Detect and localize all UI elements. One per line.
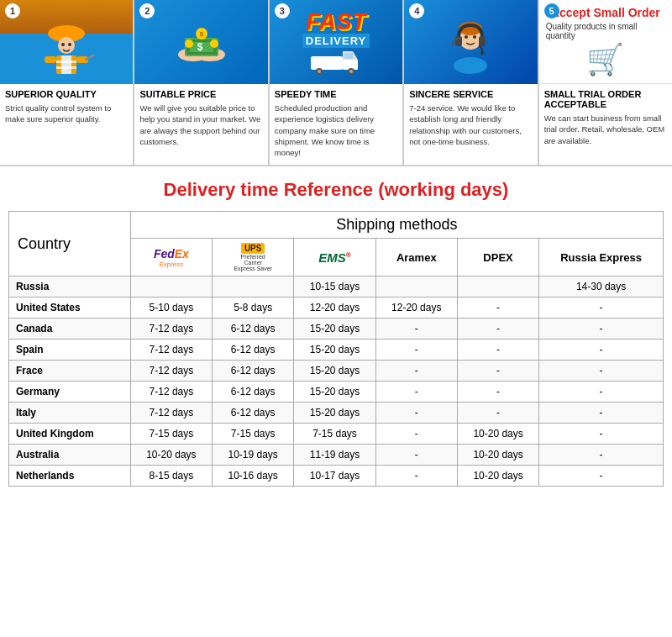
svg-point-18	[185, 39, 193, 48]
table-row: Australia10-20 days10-19 days11-19 days-…	[9, 445, 664, 466]
ems-cell: 11-19 days	[294, 445, 375, 466]
table-section: Delivery time Reference (working days) C…	[0, 166, 672, 499]
dpex-cell: 10-20 days	[457, 445, 538, 466]
banner-item-3: 3 FAST DELIVERY SPEEDY TIME Sched	[270, 0, 404, 165]
fedex-cell: 7-12 days	[130, 382, 212, 403]
ems-cell: 15-20 days	[294, 403, 375, 424]
dpex-cell: -	[457, 403, 538, 424]
ups-cell: 6-12 days	[213, 340, 294, 361]
country-cell: Frace	[9, 361, 131, 382]
ems-header: EMS®	[294, 239, 375, 276]
country-cell: Russia	[9, 276, 131, 297]
aramex-cell: -	[375, 318, 457, 340]
table-row: United Kingdom7-15 days7-15 days7-15 day…	[9, 424, 664, 445]
svg-rect-35	[479, 36, 486, 46]
banner-text-4: SINCERE SERVICE 7-24 service. We would l…	[404, 84, 537, 154]
svg-point-29	[349, 70, 353, 73]
banner-title-3: SPEEDY TIME	[275, 89, 397, 99]
svg-point-36	[480, 51, 484, 55]
aramex-cell: -	[375, 361, 457, 382]
ups-cell: 10-16 days	[213, 466, 294, 487]
russia-cell: -	[539, 382, 664, 403]
table-body: Russia10-15 days14-30 daysUnited States5…	[9, 276, 664, 487]
table-row: Spain7-12 days6-12 days15-20 days---	[9, 340, 664, 361]
country-header: Country	[9, 212, 131, 276]
banner-title-2: SUITABLE PRICE	[139, 89, 262, 99]
country-cell: Netherlands	[9, 466, 131, 487]
delivery-text: DELIVERY	[302, 34, 370, 48]
aramex-cell: -	[375, 466, 457, 487]
country-cell: Italy	[9, 403, 131, 424]
fedex-cell: 10-20 days	[130, 445, 212, 466]
cart-icon: 🛒	[586, 42, 624, 77]
banner-number-1: 1	[5, 3, 20, 18]
ups-cell: 6-12 days	[213, 403, 294, 424]
svg-rect-9	[45, 56, 56, 63]
ups-cell	[213, 276, 294, 297]
banner-title-5: SMALL TRIAL ORDER ACCEPTABLE	[544, 89, 667, 109]
svg-point-4	[68, 43, 71, 46]
banner-item-5: 5 Accept Small Order Quality products in…	[539, 0, 672, 165]
fedex-cell: 7-12 days	[130, 361, 212, 382]
ems-cell: 15-20 days	[294, 318, 375, 340]
table-row: United States5-10 days5-8 days12-20 days…	[9, 297, 664, 318]
accept-small-title: Accept Small Order	[551, 6, 660, 20]
table-title: Delivery time Reference (working days)	[8, 179, 664, 201]
svg-point-27	[318, 70, 321, 73]
banner-number-2: 2	[139, 3, 155, 18]
dpex-header: DPEX	[457, 239, 538, 276]
headset-icon	[437, 8, 504, 76]
svg-rect-7	[56, 61, 76, 63]
russia-cell: -	[539, 318, 664, 340]
aramex-cell: -	[375, 445, 457, 466]
table-row: Canada7-12 days6-12 days15-20 days---	[9, 318, 664, 340]
banner-desc-5: We can start business from small trial o…	[544, 113, 667, 146]
dpex-cell: 10-20 days	[457, 466, 538, 487]
dpex-cell	[457, 276, 538, 297]
banner-number-3: 3	[275, 3, 290, 18]
aramex-cell: -	[375, 424, 457, 445]
svg-point-3	[61, 43, 65, 46]
svg-point-37	[454, 57, 487, 74]
country-cell: Canada	[9, 318, 131, 340]
svg-rect-8	[56, 66, 76, 69]
ups-cell: 6-12 days	[213, 318, 294, 340]
banner-title-4: SINCERE SERVICE	[409, 89, 532, 99]
russia-cell: -	[539, 340, 664, 361]
svg-text:$: $	[197, 41, 202, 53]
ups-cell: 5-8 days	[213, 297, 294, 318]
aramex-cell: -	[375, 382, 457, 403]
accept-small-sub: Quality products in small quantity	[546, 22, 665, 40]
ems-cell: 7-15 days	[294, 424, 375, 445]
table-row: Italy7-12 days6-12 days15-20 days---	[9, 403, 664, 424]
banner-item-4: 4	[404, 0, 538, 165]
country-cell: Australia	[9, 445, 131, 466]
russia-cell: -	[539, 361, 664, 382]
shipping-methods-header: Shipping methods	[130, 212, 663, 239]
ups-cell: 10-19 days	[213, 445, 294, 466]
country-cell: United Kingdom	[9, 424, 131, 445]
fedex-header: FedEx Express	[130, 239, 212, 276]
fedex-cell: 7-12 days	[130, 340, 212, 361]
svg-text:$: $	[199, 30, 203, 38]
svg-point-33	[473, 35, 476, 39]
fedex-cell	[130, 276, 212, 297]
russia-cell: -	[539, 403, 664, 424]
table-row: Frace7-12 days6-12 days15-20 days---	[9, 361, 664, 382]
banner-desc-3: Scheduled production and experience logi…	[275, 103, 397, 158]
fedex-cell: 8-15 days	[130, 466, 212, 487]
country-cell: Spain	[9, 340, 131, 361]
dpex-cell: 10-20 days	[457, 424, 538, 445]
fedex-cell: 7-15 days	[130, 424, 212, 445]
worker-icon	[33, 8, 100, 76]
russia-cell: -	[539, 424, 664, 445]
banner-number-4: 4	[409, 3, 424, 18]
dpex-cell: -	[457, 340, 538, 361]
banner-text-1: SUPERIOR QUALITY Strict quality control …	[0, 84, 133, 132]
aramex-cell: -	[375, 403, 457, 424]
russia-cell: -	[539, 445, 664, 466]
banner-text-3: SPEEDY TIME Scheduled production and exp…	[270, 84, 402, 165]
svg-rect-22	[311, 56, 343, 70]
money-icon: $ $	[168, 8, 235, 76]
table-row: Germany7-12 days6-12 days15-20 days---	[9, 382, 664, 403]
